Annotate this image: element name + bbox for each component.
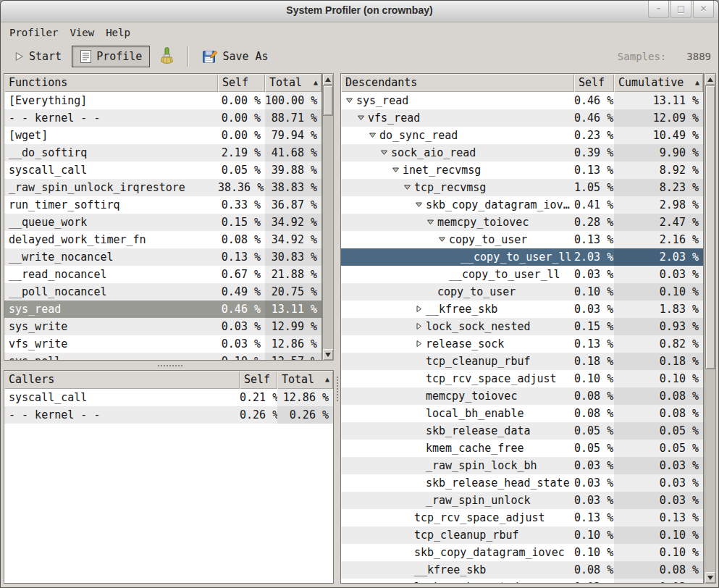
self-value: 0.15 % [218,214,265,231]
tree-row[interactable]: lock_sock_nested0.03 %0.03 % [341,579,703,583]
column-header-self[interactable]: Self [240,371,277,389]
reset-button[interactable] [153,44,180,69]
save-as-button[interactable]: Save As [196,46,274,67]
expander-closed-icon[interactable] [415,301,426,318]
scroll-down-button[interactable] [323,349,333,360]
tree-row[interactable]: tcp_rcv_space_adjust0.10 %0.10 % [341,370,703,387]
tree-row[interactable]: do_sync_read0.23 %10.49 % [341,127,703,144]
column-header-self[interactable]: Self [218,74,265,92]
column-header-total[interactable]: Total▲ [277,371,333,389]
tree-row[interactable]: sock_aio_read0.39 %9.90 % [341,144,703,161]
table-row[interactable]: sys_write0.03 %12.99 % [4,318,321,335]
scrollbar-thumb[interactable] [323,85,333,116]
tree-row[interactable]: __copy_to_user_ll2.03 %2.03 % [341,248,703,266]
column-header-cumulative[interactable]: Cumulative▲ [614,74,703,92]
tree-row[interactable]: vfs_read0.46 %12.09 % [341,109,703,127]
expander-closed-icon[interactable] [415,318,426,335]
table-row[interactable]: __do_softirq2.19 %41.68 % [4,144,321,161]
tree-row[interactable]: __kfree_skb0.08 %0.08 % [341,561,703,579]
tree-row[interactable]: memcpy_toiovec0.28 %2.47 % [341,214,703,231]
close-button[interactable]: ✕ [693,1,714,18]
table-row[interactable]: _raw_spin_unlock_irqrestore38.36 %38.83 … [4,179,321,196]
maximize-button[interactable]: □ [670,1,691,18]
table-row[interactable]: run_timer_softirq0.33 %36.87 % [4,196,321,214]
expander-open-icon[interactable] [357,109,368,127]
tree-row[interactable]: _raw_spin_lock_bh0.03 %0.03 % [341,457,703,474]
column-header-functions[interactable]: Functions [4,74,218,92]
table-row[interactable]: - - kernel - -0.26 %0.26 % [4,406,333,424]
function-name-cell: [wget] [4,127,218,144]
titlebar[interactable]: System Profiler (on crownbay) – □ ✕ [1,1,718,22]
tree-row[interactable]: copy_to_user0.10 %0.10 % [341,283,703,301]
descendants-scrollbar[interactable] [705,73,716,584]
table-row[interactable]: __read_nocancel0.67 %21.88 % [4,266,321,283]
column-header-total[interactable]: Total▲ [265,74,321,92]
total-value: 12.86 % [277,389,333,406]
scroll-up-button[interactable] [323,74,333,85]
tree-row[interactable]: copy_to_user0.13 %2.16 % [341,231,703,248]
expander-open-icon[interactable] [380,144,391,161]
callers-header: Callers Self Total▲ [4,371,333,389]
tree-row[interactable]: local_bh_enable0.08 %0.08 % [341,405,703,422]
table-row[interactable]: vfs_write0.03 %12.86 % [4,335,321,353]
tree-row[interactable]: skb_release_data0.05 %0.05 % [341,422,703,440]
self-value: 0.13 % [574,335,614,353]
tree-row[interactable]: tcp_cleanup_rbuf0.10 %0.10 % [341,526,703,544]
tree-row[interactable]: memcpy_toiovec0.08 %0.08 % [341,387,703,405]
menu-profiler[interactable]: Profiler [4,23,64,42]
table-row[interactable]: __write_nocancel0.13 %30.83 % [4,248,321,266]
table-row[interactable]: __queue_work0.15 %34.92 % [4,214,321,231]
self-value: 0.05 % [574,422,614,440]
scrollbar-thumb[interactable] [705,85,715,369]
function-name: __copy_to_user_ll [449,266,560,283]
self-value: 0.15 % [574,318,614,335]
column-header-descendants[interactable]: Descendants [341,74,574,92]
table-row[interactable]: sys_poll0.10 %12.57 % [4,353,321,360]
expander-open-icon[interactable] [438,231,449,248]
expander-open-icon[interactable] [415,196,426,214]
menu-help[interactable]: Help [100,23,136,42]
tree-row[interactable]: tcp_cleanup_rbuf0.18 %0.18 % [341,353,703,370]
functions-scrollbar[interactable] [322,73,334,361]
menu-view[interactable]: View [64,23,100,42]
start-button[interactable]: Start [8,47,67,66]
tree-row[interactable]: skb_copy_datagram_iovec0.10 %0.10 % [341,544,703,561]
tree-row[interactable]: skb_release_head_state0.03 %0.03 % [341,474,703,492]
expander-closed-icon[interactable] [415,335,426,353]
expander-open-icon[interactable] [426,214,437,231]
profile-toggle-button[interactable]: Profile [72,46,150,67]
cumulative-value: 2.03 % [614,248,703,266]
table-row[interactable]: syscall_call0.05 %39.88 % [4,161,321,179]
tree-row[interactable]: __copy_to_user_ll0.03 %0.03 % [341,266,703,283]
tree-row[interactable]: sys_read0.46 %13.11 % [341,92,703,109]
table-row[interactable]: sys_read0.46 %13.11 % [4,301,321,318]
horizontal-splitter[interactable] [4,361,334,370]
table-row[interactable]: [wget]0.00 %79.94 % [4,127,321,144]
tree-row[interactable]: inet_recvmsg0.13 %8.92 % [341,161,703,179]
tree-row[interactable]: release_sock0.13 %0.82 % [341,335,703,353]
tree-row[interactable]: lock_sock_nested0.15 %0.93 % [341,318,703,335]
table-row[interactable]: delayed_work_timer_fn0.08 %34.92 % [4,231,321,248]
expander-open-icon[interactable] [403,179,414,196]
column-header-self[interactable]: Self [574,74,614,92]
column-header-callers[interactable]: Callers [4,371,240,389]
tree-row[interactable]: __kfree_skb0.03 %1.83 % [341,301,703,318]
tree-row[interactable]: tcp_recvmsg1.05 %8.23 % [341,179,703,196]
table-row[interactable]: [Everything]0.00 %100.00 % [4,92,321,109]
scroll-down-button[interactable] [705,572,715,583]
scroll-up-button[interactable] [705,74,715,85]
table-row[interactable]: syscall_call0.21 %12.86 % [4,389,333,406]
callers-list: syscall_call0.21 %12.86 %- - kernel - -0… [4,389,333,583]
expander-open-icon[interactable] [369,127,379,144]
tree-row[interactable]: skb_copy_datagram_iov…0.41 %2.98 % [341,196,703,214]
table-row[interactable]: __poll_nocancel0.49 %20.75 % [4,283,321,301]
minimize-button[interactable]: – [648,1,669,18]
tree-row[interactable]: kmem_cache_free0.05 %0.05 % [341,440,703,457]
vertical-splitter[interactable] [334,73,340,584]
tree-row[interactable]: _raw_spin_unlock0.03 %0.03 % [341,492,703,509]
function-name-cell: skb_copy_datagram_iov… [341,196,574,214]
tree-row[interactable]: tcp_rcv_space_adjust0.13 %0.13 % [341,509,703,526]
expander-open-icon[interactable] [345,92,356,109]
table-row[interactable]: - - kernel - -0.00 %88.71 % [4,109,321,127]
expander-open-icon[interactable] [392,161,403,179]
